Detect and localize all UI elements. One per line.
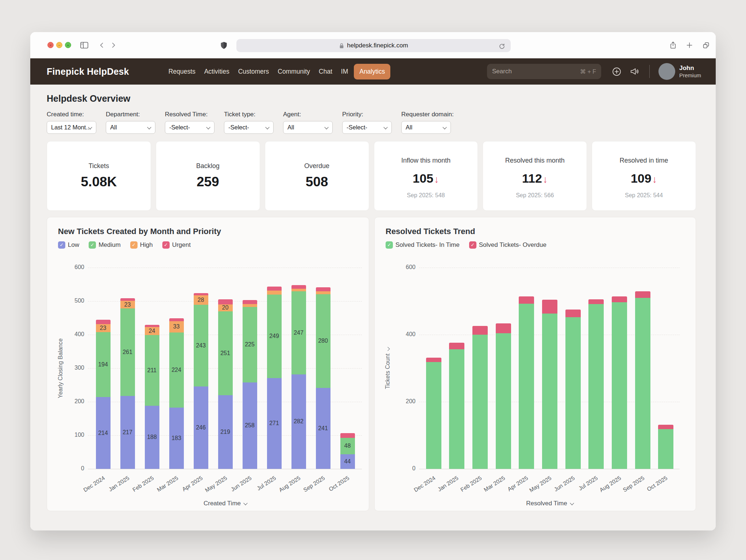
legend-item-low[interactable]: ✓Low: [58, 241, 79, 249]
url-bar[interactable]: helpdesk.finepick.com: [236, 39, 511, 52]
bar-segment-solved-tickets-overdue[interactable]: [565, 310, 581, 317]
bar-segment-medium[interactable]: 243: [194, 305, 208, 386]
bar-segment-high[interactable]: 33: [169, 321, 184, 332]
bar-sep-2025[interactable]: 280241: [316, 287, 331, 469]
bar-segment-solved-tickets-in-time[interactable]: [542, 314, 557, 469]
bar-oct-2025[interactable]: 4844: [340, 433, 355, 469]
bar-oct-2025[interactable]: [658, 425, 673, 469]
bar-segment-urgent[interactable]: [316, 287, 331, 291]
bar-segment-urgent[interactable]: [243, 300, 257, 304]
bar-segment-medium[interactable]: 225: [243, 307, 257, 382]
bar-segment-low[interactable]: 271: [267, 378, 282, 469]
bar-dec-2024[interactable]: [426, 358, 441, 469]
bar-segment-solved-tickets-overdue[interactable]: [588, 299, 604, 304]
traffic-zoom-button[interactable]: +: [65, 42, 71, 48]
filter-select-ticket-type[interactable]: -Select-: [224, 121, 274, 134]
bar-segment-high[interactable]: [316, 291, 331, 294]
bar-segment-low[interactable]: 282: [291, 374, 306, 469]
bar-segment-medium[interactable]: 194: [96, 332, 111, 397]
add-button[interactable]: [611, 66, 622, 77]
bar-segment-low[interactable]: 246: [194, 386, 208, 469]
bar-segment-medium[interactable]: 280: [316, 294, 331, 388]
nav-item-requests[interactable]: Requests: [166, 65, 198, 79]
reload-button[interactable]: [497, 41, 507, 51]
user-menu[interactable]: John Premium: [658, 63, 701, 80]
legend-item-solved-tickets-overdue[interactable]: ✓Solved Tickets- Overdue: [469, 241, 546, 249]
bar-segment-low[interactable]: 217: [120, 396, 135, 469]
traffic-close-button[interactable]: ×: [47, 42, 54, 48]
bar-apr-2025[interactable]: [519, 296, 534, 469]
bar-segment-high[interactable]: [291, 289, 306, 291]
legend-item-urgent[interactable]: ✓Urgent: [162, 241, 191, 249]
bar-segment-low[interactable]: 214: [96, 397, 111, 469]
bar-segment-solved-tickets-overdue[interactable]: [426, 358, 441, 362]
bar-jan-2025[interactable]: [449, 343, 464, 469]
bar-segment-solved-tickets-overdue[interactable]: [612, 296, 627, 302]
bar-segment-high[interactable]: 28: [194, 295, 208, 305]
bar-segment-medium[interactable]: 48: [340, 438, 355, 454]
bar-segment-medium[interactable]: 251: [218, 311, 233, 396]
bar-segment-urgent[interactable]: [291, 285, 306, 289]
bar-segment-solved-tickets-in-time[interactable]: [588, 304, 604, 469]
bar-segment-medium[interactable]: 261: [120, 308, 135, 396]
bar-segment-medium[interactable]: 247: [291, 291, 306, 374]
bar-segment-low[interactable]: 44: [340, 454, 355, 469]
nav-item-analytics[interactable]: Analytics: [354, 64, 390, 79]
nav-item-chat[interactable]: Chat: [316, 65, 335, 79]
bar-segment-urgent[interactable]: [169, 318, 184, 321]
bar-segment-medium[interactable]: 249: [267, 295, 282, 378]
nav-item-community[interactable]: Community: [275, 65, 313, 79]
bar-jul-2025[interactable]: 249271: [267, 287, 282, 469]
bar-segment-solved-tickets-overdue[interactable]: [658, 425, 673, 429]
privacy-shield-button[interactable]: [219, 40, 229, 50]
bar-apr-2025[interactable]: 28243246: [194, 293, 208, 469]
bar-may-2025[interactable]: 20251219: [218, 299, 233, 469]
bar-segment-solved-tickets-overdue[interactable]: [449, 343, 464, 349]
search-input[interactable]: [492, 68, 565, 75]
nav-item-activities[interactable]: Activities: [201, 65, 232, 79]
bar-segment-solved-tickets-overdue[interactable]: [542, 300, 557, 314]
bar-segment-urgent[interactable]: [218, 299, 233, 304]
bar-aug-2025[interactable]: 247282: [291, 285, 306, 469]
bar-segment-solved-tickets-in-time[interactable]: [612, 302, 627, 469]
bar-feb-2025[interactable]: 24211188: [145, 325, 159, 469]
bar-mar-2025[interactable]: 33224183: [169, 318, 184, 469]
filter-select-resolved-time[interactable]: -Select-: [165, 121, 214, 134]
bar-segment-urgent[interactable]: [96, 320, 111, 324]
legend-item-medium[interactable]: ✓Medium: [89, 241, 120, 249]
bar-segment-urgent[interactable]: [120, 298, 135, 301]
bar-aug-2025[interactable]: [612, 296, 627, 469]
bar-segment-low[interactable]: 219: [218, 395, 233, 468]
bar-segment-high[interactable]: 20: [218, 304, 233, 311]
tabs-overview-button[interactable]: [701, 40, 711, 50]
bar-segment-high[interactable]: 24: [145, 327, 159, 335]
share-button[interactable]: [668, 40, 678, 50]
bar-jul-2025[interactable]: [588, 299, 604, 469]
bar-segment-medium[interactable]: 211: [145, 335, 159, 406]
bar-segment-urgent[interactable]: [340, 433, 355, 438]
y-axis-label[interactable]: Tickets Count: [384, 347, 391, 389]
bar-segment-solved-tickets-in-time[interactable]: [519, 304, 534, 469]
bar-segment-solved-tickets-overdue[interactable]: [472, 326, 488, 335]
legend-item-solved-tickets-in-time[interactable]: ✓Solved Tickets- In Time: [386, 241, 460, 249]
bar-segment-high[interactable]: 23: [96, 324, 111, 332]
legend-item-high[interactable]: ✓High: [130, 241, 153, 249]
bar-may-2025[interactable]: [542, 300, 557, 469]
bar-jan-2025[interactable]: 23261217: [120, 298, 135, 469]
bar-segment-solved-tickets-in-time[interactable]: [472, 335, 488, 469]
bar-segment-high[interactable]: [267, 291, 282, 295]
traffic-minimize-button[interactable]: −: [56, 42, 62, 48]
bar-segment-solved-tickets-overdue[interactable]: [496, 323, 511, 334]
bar-sep-2025[interactable]: [635, 291, 650, 469]
bar-jun-2025[interactable]: 225258: [243, 300, 257, 469]
bar-segment-high[interactable]: [243, 304, 257, 307]
new-tab-button[interactable]: [684, 40, 695, 50]
bar-segment-low[interactable]: 183: [169, 408, 184, 469]
bar-jun-2025[interactable]: [565, 310, 581, 469]
x-axis-control[interactable]: Resolved Time: [422, 500, 677, 507]
nav-item-customers[interactable]: Customers: [235, 65, 272, 79]
bar-segment-low[interactable]: 258: [243, 382, 257, 469]
bar-segment-solved-tickets-in-time[interactable]: [565, 317, 581, 469]
bar-segment-solved-tickets-overdue[interactable]: [519, 296, 534, 304]
x-axis-control[interactable]: Created Time: [91, 500, 360, 507]
